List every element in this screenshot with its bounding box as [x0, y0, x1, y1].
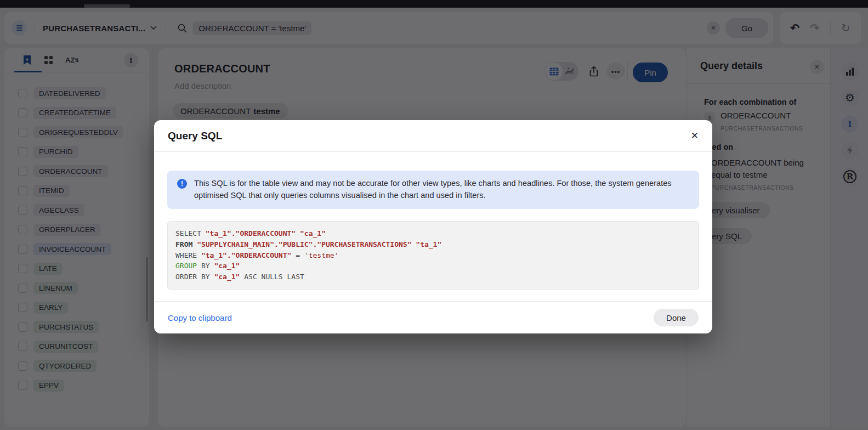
sql-line: GROUP BY "ca_1" [175, 261, 691, 271]
sql-code[interactable]: SELECT "ta_1"."ORDERACCOUNT" "ca_1"FROM … [167, 221, 699, 290]
info-circle-icon: ! [177, 179, 187, 189]
done-button[interactable]: Done [654, 309, 699, 326]
sql-info-banner-text: This SQL is for the table view and may n… [194, 178, 688, 201]
sql-line: ORDER BY "ca_1" ASC NULLS LAST [175, 271, 691, 282]
sql-line: FROM "SUPPLYCHAIN_MAIN"."PUBLIC"."PURCHA… [175, 239, 691, 250]
sql-line: WHERE "ta_1"."ORDERACCOUNT" = 'testme' [175, 250, 691, 261]
copy-to-clipboard-link[interactable]: Copy to clipboard [168, 313, 232, 322]
query-sql-modal: Query SQL ✕ ! This SQL is for the table … [154, 120, 712, 333]
modal-footer: Copy to clipboard Done [154, 301, 712, 333]
sql-info-banner: ! This SQL is for the table view and may… [167, 171, 699, 209]
modal-title: Query SQL [168, 130, 222, 142]
modal-body: ! This SQL is for the table view and may… [154, 152, 712, 301]
modal-header: Query SQL ✕ [154, 120, 712, 152]
app-canvas: PURCHASETRANSACTI... ORDERACCOUNT = 'tes… [0, 0, 868, 430]
sql-line: SELECT "ta_1"."ORDERACCOUNT" "ca_1" [175, 228, 691, 239]
modal-close-icon[interactable]: ✕ [691, 131, 699, 140]
